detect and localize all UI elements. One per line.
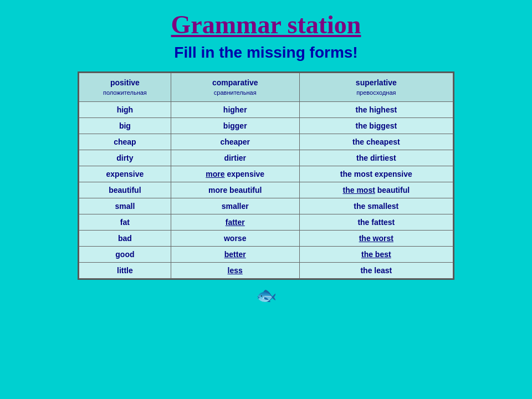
col-main-superlative: superlative: [356, 78, 397, 87]
cell-comparative: higher: [171, 101, 299, 117]
cell-positive: little: [79, 262, 171, 278]
grammar-table-wrapper: positive положительная comparative сравн…: [78, 71, 454, 280]
col-sub-positive: положительная: [81, 89, 168, 97]
col-sub-superlative: превосходная: [302, 89, 451, 97]
cell-comparative: dirtier: [171, 150, 299, 166]
cell-comparative: fatter: [171, 214, 299, 230]
cell-comparative: better: [171, 246, 299, 262]
underline-more: more: [206, 170, 224, 178]
cell-superlative: the smallest: [299, 198, 453, 214]
table-row: fatfatterthe fattest: [79, 214, 453, 230]
col-header-comparative: comparative сравнительная: [171, 73, 299, 102]
table-row: dirtydirtierthe dirtiest: [79, 150, 453, 166]
cell-positive: big: [79, 117, 171, 134]
table-row: littlelessthe least: [79, 262, 453, 278]
col-main-comparative: comparative: [212, 78, 258, 87]
cell-comparative: worse: [171, 230, 299, 246]
table-row: badworsethe worst: [79, 230, 453, 246]
cell-comparative: smaller: [171, 198, 299, 214]
table-row: bigbiggerthe biggest: [79, 117, 453, 134]
cell-positive: beautiful: [79, 182, 171, 198]
underlined-superlative: the worst: [359, 234, 393, 243]
cell-superlative: the highest: [299, 101, 453, 117]
cell-superlative: the dirtiest: [299, 150, 453, 166]
cell-positive: cheap: [79, 134, 171, 150]
cell-superlative: the most expensive: [299, 166, 453, 182]
fish-icon: 🐟: [256, 285, 277, 305]
cell-positive: high: [79, 101, 171, 117]
cell-superlative: the biggest: [299, 117, 453, 134]
table-body: highhigherthe highestbigbiggerthe bigges…: [79, 101, 453, 278]
table-header-row: positive положительная comparative сравн…: [79, 73, 453, 102]
subtitle: Fill in the missing forms!: [174, 44, 357, 62]
col-header-positive: positive положительная: [79, 73, 171, 102]
table-row: beautifulmore beautifulthe most beautifu…: [79, 182, 453, 198]
col-main-positive: positive: [110, 78, 140, 87]
col-sub-comparative: сравнительная: [173, 89, 297, 97]
table-row: cheapcheaperthe cheapest: [79, 134, 453, 150]
underlined-superlative: the best: [361, 250, 391, 259]
cell-superlative: the fattest: [299, 214, 453, 230]
cell-positive: small: [79, 198, 171, 214]
page-title: Grammar station: [171, 10, 361, 39]
table-row: expensivemore expensivethe most expensiv…: [79, 166, 453, 182]
cell-comparative: more expensive: [171, 166, 299, 182]
cell-comparative: bigger: [171, 117, 299, 134]
cell-superlative: the cheapest: [299, 134, 453, 150]
cell-superlative: the least: [299, 262, 453, 278]
cell-positive: expensive: [79, 166, 171, 182]
underline-most: the most: [343, 186, 375, 195]
cell-comparative: cheaper: [171, 134, 299, 150]
underlined-comparative: fatter: [226, 218, 245, 227]
cell-positive: good: [79, 246, 171, 262]
grammar-table: positive положительная comparative сравн…: [79, 73, 453, 279]
underlined-comparative: better: [224, 250, 246, 259]
underlined-comparative: less: [228, 266, 243, 275]
col-header-superlative: superlative превосходная: [299, 73, 453, 102]
cell-comparative: more beautiful: [171, 182, 299, 198]
table-row: highhigherthe highest: [79, 101, 453, 117]
table-row: goodbetterthe best: [79, 246, 453, 262]
cell-superlative: the most beautiful: [299, 182, 453, 198]
cell-positive: dirty: [79, 150, 171, 166]
cell-positive: bad: [79, 230, 171, 246]
cell-superlative: the best: [299, 246, 453, 262]
cell-superlative: the worst: [299, 230, 453, 246]
cell-positive: fat: [79, 214, 171, 230]
table-row: smallsmallerthe smallest: [79, 198, 453, 214]
cell-comparative: less: [171, 262, 299, 278]
